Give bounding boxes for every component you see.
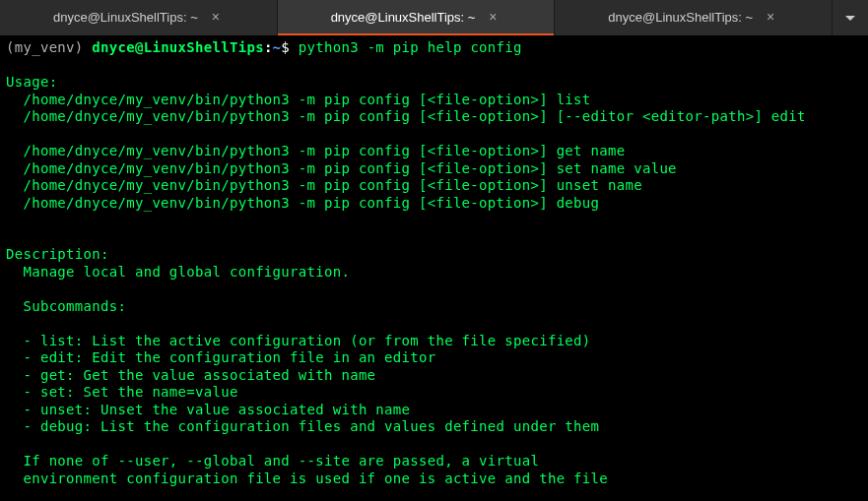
output-line: If none of --user, --global and --site a… [6, 453, 539, 469]
output-line: - edit: Edit the configuration file in a… [6, 349, 435, 365]
tab-bar: dnyce@LinuxShellTips: ~ × dnyce@LinuxShe… [0, 0, 868, 35]
output-line: /home/dnyce/my_venv/bin/python3 -m pip c… [6, 108, 806, 124]
output-line: /home/dnyce/my_venv/bin/python3 -m pip c… [6, 195, 599, 211]
prompt-venv: (my_venv) [6, 39, 92, 55]
tab-1[interactable]: dnyce@LinuxShellTips: ~ × [0, 0, 278, 35]
output-line: /home/dnyce/my_venv/bin/python3 -m pip c… [6, 160, 677, 176]
tab-menu-button[interactable] [833, 0, 868, 35]
output-line: /home/dnyce/my_venv/bin/python3 -m pip c… [6, 177, 642, 193]
prompt-colon: : [264, 39, 273, 55]
chevron-down-icon [845, 16, 855, 21]
terminal-output[interactable]: (my_venv) dnyce@LinuxShellTips:~$ python… [0, 35, 868, 501]
output-line: environment configuration file is used i… [6, 470, 608, 486]
output-line: /home/dnyce/my_venv/bin/python3 -m pip c… [6, 143, 625, 158]
output-usage-header: Usage: [6, 74, 57, 90]
output-subcommands-header: Subcommands: [6, 298, 126, 314]
output-line: - list: List the active configuration (o… [6, 333, 591, 348]
output-line: /home/dnyce/my_venv/bin/python3 -m pip c… [6, 92, 591, 107]
output-line: Manage local and global configuration. [6, 264, 350, 280]
prompt-dollar: $ [281, 39, 298, 55]
output-line: - debug: List the configuration files an… [6, 418, 599, 434]
close-icon[interactable]: × [763, 10, 778, 26]
tab-3[interactable]: dnyce@LinuxShellTips: ~ × [555, 0, 833, 35]
tab-2[interactable]: dnyce@LinuxShellTips: ~ × [278, 0, 556, 35]
tab-title: dnyce@LinuxShellTips: ~ [608, 10, 753, 26]
terminal-window: dnyce@LinuxShellTips: ~ × dnyce@LinuxShe… [0, 0, 868, 501]
tab-title: dnyce@LinuxShellTips: ~ [331, 10, 476, 26]
close-icon[interactable]: × [485, 10, 501, 26]
tab-title: dnyce@LinuxShellTips: ~ [53, 10, 198, 26]
output-desc-header: Description: [6, 246, 109, 262]
prompt-user-host: dnyce@LinuxShellTips [92, 39, 264, 55]
close-icon[interactable]: × [208, 10, 224, 26]
output-line: - unset: Unset the value associated with… [6, 402, 410, 417]
output-line: - get: Get the value associated with nam… [6, 367, 375, 383]
output-line: - set: Set the name=value [6, 384, 238, 400]
command-input: python3 -m pip help config [299, 39, 522, 55]
